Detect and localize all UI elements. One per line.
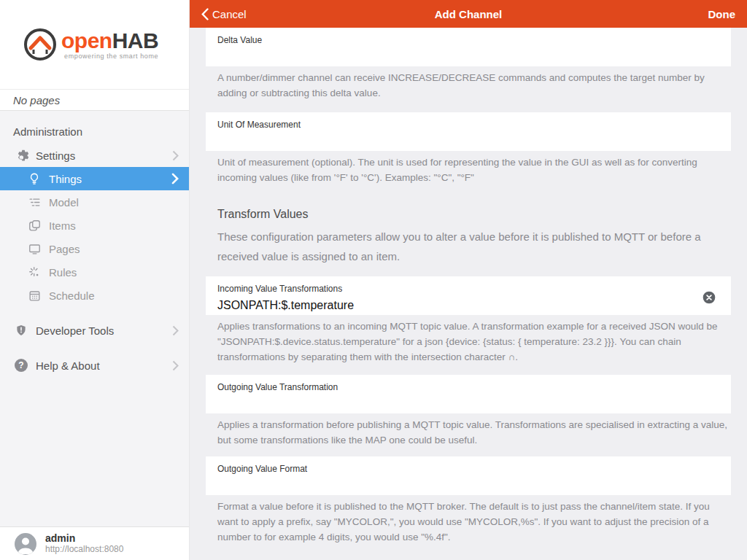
brand-open: open	[61, 28, 112, 52]
sidebar-item-settings[interactable]: Settings	[0, 144, 189, 167]
chevron-left-icon	[201, 8, 209, 20]
field-label: Outgoing Value Transformation	[217, 382, 719, 392]
user-account-button[interactable]: admin http://localhost:8080	[0, 526, 189, 560]
avatar	[15, 533, 36, 555]
brand-tagline: empowering the smart home	[61, 52, 158, 60]
dialog-title: Add Channel	[190, 8, 747, 20]
user-name: admin	[45, 532, 123, 544]
help-question-icon: ?	[13, 357, 29, 373]
server-url: http://localhost:8080	[45, 544, 123, 555]
outgoing-value-format-input[interactable]	[217, 479, 644, 492]
field-outgoing-value-transformation: Outgoing Value Transformation	[206, 375, 731, 413]
sidebar-item-label: Pages	[49, 243, 80, 255]
section-title-transform-values: Transform Values	[217, 207, 731, 222]
sidebar-item-schedule[interactable]: Schedule	[0, 284, 189, 307]
sidebar-item-label: Schedule	[49, 289, 95, 302]
sidebar-item-pages[interactable]: Pages	[0, 237, 189, 260]
done-button[interactable]: Done	[708, 8, 736, 20]
field-description: Applies a transformation before publishi…	[217, 417, 731, 448]
field-outgoing-value-format: Outgoing Value Format	[206, 456, 731, 495]
rules-spark-icon	[26, 264, 42, 280]
sidebar-item-help-about[interactable]: ? Help & About	[0, 354, 189, 377]
section-description: These configuration parameters allow you…	[217, 227, 731, 266]
sidebar-item-model[interactable]: Model	[0, 190, 189, 214]
openhab-app: openHAB empowering the smart home No pag…	[0, 0, 747, 560]
sidebar-item-label: Model	[49, 196, 79, 209]
sidebar-item-label: Things	[49, 173, 82, 185]
gear-icon	[13, 147, 29, 163]
sidebar-item-developer-tools[interactable]: Developer Tools	[0, 319, 189, 342]
openhab-logo: openHAB empowering the smart home	[0, 0, 189, 89]
sidebar-item-label: Rules	[49, 266, 77, 279]
field-description: Applies transformations to an incoming M…	[217, 319, 731, 365]
field-description: Format a value before it is published to…	[217, 499, 731, 545]
field-description: A number/dimmer channel can receive INCR…	[217, 70, 731, 101]
sidebar-item-label: Items	[49, 219, 76, 232]
outgoing-value-transformation-input[interactable]	[217, 397, 644, 411]
field-label: Delta Value	[217, 35, 719, 45]
field-unit-of-measurement: Unit Of Measurement	[206, 112, 731, 151]
sidebar-item-rules[interactable]: Rules	[0, 260, 189, 284]
schedule-calendar-icon	[26, 287, 42, 303]
chevron-right-icon	[172, 325, 179, 336]
chevron-right-icon	[172, 150, 179, 161]
sidebar-item-label: Help & About	[36, 359, 100, 372]
main-panel: Cancel Add Channel Done Delta Value A nu…	[190, 0, 747, 560]
incoming-value-transformations-input[interactable]	[217, 299, 644, 312]
sidebar: openHAB empowering the smart home No pag…	[0, 0, 190, 560]
sidebar-item-items[interactable]: Items	[0, 214, 189, 237]
brand-hab: HAB	[112, 28, 159, 52]
dialog-navbar: Cancel Add Channel Done	[190, 0, 747, 28]
administration-section-label: Administration	[13, 125, 189, 138]
cancel-button[interactable]: Cancel	[201, 8, 247, 20]
sidebar-divider-gap	[0, 307, 189, 319]
field-label: Outgoing Value Format	[217, 464, 719, 474]
sidebar-item-label: Developer Tools	[36, 324, 114, 337]
pages-empty-label: No pages	[0, 89, 189, 111]
model-tree-icon	[26, 194, 42, 210]
brand-wordmark: openHAB	[61, 30, 158, 52]
delta-value-input[interactable]	[217, 50, 644, 63]
field-label: Unit Of Measurement	[217, 120, 719, 130]
form-scroll-area[interactable]: Delta Value A number/dimmer channel can …	[190, 28, 747, 560]
chevron-right-icon	[172, 360, 179, 371]
items-copy-icon	[26, 217, 42, 233]
lightbulb-icon	[26, 171, 42, 187]
chevron-right-icon	[171, 173, 179, 184]
field-label: Incoming Value Transformations	[217, 284, 719, 294]
field-description: Unit of measurement (optional). The unit…	[217, 155, 731, 185]
unit-of-measurement-input[interactable]	[217, 135, 644, 148]
sidebar-item-things[interactable]: Things	[0, 167, 189, 190]
clear-input-icon[interactable]	[702, 290, 716, 305]
openhab-house-icon	[22, 26, 58, 63]
pages-monitor-icon	[26, 241, 42, 257]
field-delta-value: Delta Value	[206, 28, 731, 66]
sidebar-divider-gap	[0, 342, 189, 354]
sidebar-item-label: Settings	[36, 149, 75, 162]
field-incoming-value-transformations: Incoming Value Transformations	[206, 276, 731, 315]
developer-shield-icon	[13, 322, 29, 338]
